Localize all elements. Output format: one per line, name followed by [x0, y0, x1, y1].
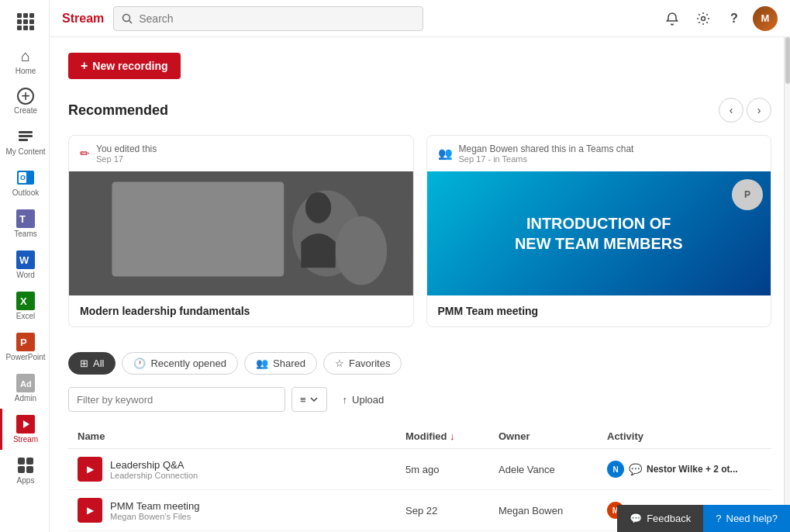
sidebar-item-stream-label: Stream	[13, 435, 38, 444]
sidebar-item-admin[interactable]: Ad Admin	[0, 368, 49, 409]
filter-input-wrap[interactable]	[68, 387, 285, 412]
name-info-1: Leadership Q&A Leadership Connection	[110, 459, 198, 480]
card-meta-text-1: You edited this	[96, 143, 157, 154]
upload-button[interactable]: ↑ Upload	[333, 387, 394, 412]
sidebar-item-outlook[interactable]: O Outlook	[0, 162, 49, 203]
card-meta-text-2: Megan Bowen shared this in a Teams chat	[459, 143, 634, 154]
sidebar-item-create[interactable]: + Create	[0, 81, 49, 121]
cards-row: ✏ You edited this Sep 17	[68, 135, 771, 327]
col-modified: Modified ↓	[405, 430, 498, 442]
row1-activity-text: Nestor Wilke + 2 ot...	[647, 464, 738, 475]
next-arrow[interactable]: ›	[747, 98, 771, 123]
tab-favorites[interactable]: ☆ Favorites	[323, 352, 402, 375]
user-avatar[interactable]: M	[753, 6, 778, 31]
help-button[interactable]: ?	[722, 6, 747, 31]
search-icon	[122, 13, 133, 24]
scrollbar[interactable]	[784, 37, 790, 532]
svg-text:P: P	[20, 337, 27, 348]
sidebar-item-home-label: Home	[16, 67, 36, 75]
svg-text:X: X	[20, 295, 27, 307]
sidebar-item-powerpoint[interactable]: P PowerPoint	[0, 326, 49, 368]
card-pmm[interactable]: 👥 Megan Bowen shared this in a Teams cha…	[426, 135, 772, 327]
svg-rect-22	[112, 181, 284, 276]
filter-row: ≡ ↑ Upload	[68, 387, 771, 412]
card-leadership[interactable]: ✏ You edited this Sep 17	[68, 135, 414, 327]
filter-icon: ≡	[300, 394, 306, 406]
tab-all[interactable]: ⊞ All	[68, 352, 116, 375]
name-info-2: PMM Team meeting Megan Bowen's Files	[110, 500, 199, 521]
sidebar: ⌂ Home + Create My Content O Outlook T T…	[0, 0, 50, 532]
card-title-1: Modern leadership fundamentals	[69, 295, 413, 326]
need-help-button[interactable]: ? Need help?	[703, 505, 790, 532]
table-row[interactable]: ▶ Leadership Q&A Leadership Connection 5…	[68, 449, 771, 490]
new-recording-button[interactable]: + New recording	[68, 53, 181, 79]
row2-name: PMM Team meeting	[110, 500, 199, 512]
sidebar-item-teams-label: Teams	[14, 230, 36, 238]
sidebar-item-outlook-label: Outlook	[12, 188, 39, 197]
tab-shared[interactable]: 👥 Shared	[244, 352, 317, 375]
nav-arrows: ‹ ›	[719, 98, 771, 123]
admin-icon: Ad	[16, 374, 35, 392]
svg-rect-1	[19, 135, 33, 137]
search-box[interactable]	[113, 6, 423, 31]
topbar-icons: ? M	[660, 6, 778, 31]
upload-label: Upload	[352, 394, 384, 406]
col-name: Name	[78, 430, 405, 442]
app-title: Stream	[62, 12, 104, 26]
tab-recently-opened-label: Recently opened	[150, 358, 226, 369]
sidebar-item-admin-label: Admin	[15, 394, 36, 402]
notifications-button[interactable]	[660, 6, 685, 31]
sidebar-item-stream[interactable]: Stream	[0, 409, 49, 450]
activity-avatar-1: N	[607, 461, 624, 478]
need-help-label: Need help?	[726, 513, 778, 524]
row1-activity: N 💬 Nestor Wilke + 2 ot...	[607, 461, 762, 478]
sidebar-item-apps-label: Apps	[17, 476, 35, 485]
notifications-icon	[665, 12, 679, 26]
search-input[interactable]	[139, 12, 415, 25]
filter-sort-button[interactable]: ≡	[292, 387, 327, 412]
tab-all-label: All	[93, 358, 104, 369]
word-icon: W	[16, 250, 35, 269]
card-meta-date-1: Sep 17	[96, 154, 157, 164]
grid-dots-icon	[16, 12, 35, 31]
share-icon: 👥	[438, 147, 453, 161]
row2-subtitle: Megan Bowen's Files	[110, 512, 199, 521]
chat-bubble-icon: 💬	[630, 513, 642, 524]
home-icon: ⌂	[16, 47, 35, 65]
sidebar-item-grid[interactable]	[0, 6, 49, 37]
name-cell-1: ▶ Leadership Q&A Leadership Connection	[78, 457, 405, 482]
create-icon: +	[17, 88, 34, 105]
recommended-section-header: Recommended ‹ ›	[68, 98, 771, 123]
card-thumbnail-2: INTRODUCTION OFNEW TEAM MEMBERS P	[427, 171, 771, 295]
card-meta-1: ✏ You edited this Sep 17	[69, 136, 413, 171]
sidebar-item-excel-label: Excel	[16, 312, 35, 320]
sidebar-item-apps[interactable]: Apps	[0, 450, 49, 491]
card-meta-2: 👥 Megan Bowen shared this in a Teams cha…	[427, 136, 771, 171]
svg-point-18	[123, 14, 130, 21]
sidebar-item-excel[interactable]: X Excel	[0, 285, 49, 326]
row1-name: Leadership Q&A	[110, 459, 198, 471]
outlook-icon: O	[16, 168, 35, 187]
settings-icon	[696, 12, 710, 26]
sidebar-item-word[interactable]: W Word	[0, 244, 49, 285]
filter-input[interactable]	[77, 394, 277, 406]
sidebar-item-home[interactable]: ⌂ Home	[0, 40, 49, 81]
settings-button[interactable]	[691, 6, 716, 31]
new-recording-label: New recording	[92, 60, 167, 72]
sidebar-item-mycontent[interactable]: My Content	[0, 121, 49, 162]
tab-recently-opened[interactable]: 🕐 Recently opened	[122, 352, 238, 375]
feedback-button[interactable]: 💬 Feedback	[617, 505, 703, 532]
svg-text:W: W	[19, 254, 29, 266]
row1-subtitle: Leadership Connection	[110, 471, 198, 480]
thumbnail-avatar: P	[732, 179, 763, 210]
svg-text:O: O	[20, 174, 26, 181]
row2-owner: Megan Bowen	[498, 505, 607, 516]
sort-arrow-icon: ↓	[450, 430, 455, 442]
sidebar-item-teams[interactable]: T Teams	[0, 203, 49, 244]
prev-arrow[interactable]: ‹	[719, 98, 743, 123]
chevron-down-icon	[309, 395, 319, 404]
tab-favorites-label: Favorites	[349, 358, 390, 369]
scrollbar-thumb[interactable]	[785, 37, 790, 84]
svg-point-25	[305, 192, 331, 223]
sidebar-item-word-label: Word	[16, 271, 35, 279]
